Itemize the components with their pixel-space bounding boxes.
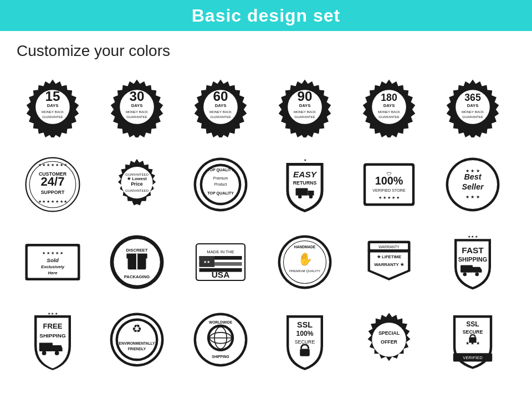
- svg-text:VERIFIED: VERIFIED: [463, 355, 483, 360]
- svg-text:60: 60: [213, 89, 228, 104]
- badge-verified-store: 🛡 100% VERIFIED STORE ★ ★ ★ ★ ★: [353, 149, 425, 221]
- svg-text:100%: 100%: [296, 330, 314, 337]
- badge-eco-friendly: ♻ ENVIRONMENTALLY FRIENDLY: [101, 304, 173, 376]
- badge-lifetime-warranty: WARRANTY ★ LIFETIME WARRANTY ★: [353, 226, 425, 298]
- badge-money-back-30: 30 DAYS MONEY BACK GUARANTEE: [101, 71, 173, 143]
- svg-text:★★: ★★: [203, 260, 210, 264]
- svg-text:Best: Best: [464, 172, 482, 181]
- badge-fast-shipping: ★ ★ ★ FAST SHIPPING: [437, 226, 509, 298]
- svg-rect-146: [469, 337, 477, 343]
- svg-rect-137: [300, 349, 310, 356]
- svg-text:SSL: SSL: [297, 320, 313, 329]
- svg-text:DAYS: DAYS: [383, 103, 395, 108]
- svg-text:★ ★ ★ ★ ★: ★ ★ ★ ★ ★: [378, 196, 399, 200]
- svg-text:HANDMADE: HANDMADE: [294, 245, 316, 249]
- badge-special-offer: SPECIAL OFFER: [353, 304, 425, 376]
- svg-text:USA: USA: [212, 270, 230, 279]
- svg-text:GUARANTEE: GUARANTEE: [126, 115, 147, 119]
- badge-ssl-secure: SSL 100% SECURE: [269, 304, 341, 376]
- svg-text:SPECIAL: SPECIAL: [378, 330, 400, 336]
- svg-text:★ ★ ★ ★ ★: ★ ★ ★ ★ ★: [42, 251, 63, 255]
- svg-text:365: 365: [465, 92, 482, 103]
- svg-text:SHIPPING: SHIPPING: [212, 355, 230, 359]
- svg-text:Sold: Sold: [47, 257, 59, 263]
- svg-text:★ ★ ★: ★ ★ ★: [466, 195, 480, 200]
- badge-money-back-180: 180 DAYS MONEY BACK GUARANTEE: [353, 71, 425, 143]
- badge-money-back-90: 90 DAYS MONEY BACK GUARANTEE: [269, 71, 341, 143]
- svg-text:★ ★ ★: ★ ★ ★: [468, 235, 478, 238]
- svg-text:VERIFIED STORE: VERIFIED STORE: [372, 188, 406, 193]
- svg-text:Here: Here: [48, 270, 58, 275]
- badge-discreet-packaging: DISCREET PACKAGING: [101, 226, 173, 298]
- svg-rect-115: [39, 343, 53, 351]
- svg-text:TOP QUALITY: TOP QUALITY: [207, 168, 234, 172]
- badges-grid: 15 DAYS MONEY BACK GUARANTEE 30 DAYS MON…: [0, 65, 532, 381]
- badge-money-back-60: 60 DAYS MONEY BACK GUARANTEE: [185, 71, 257, 143]
- svg-text:SECURE: SECURE: [295, 339, 315, 345]
- svg-text:✋: ✋: [298, 252, 313, 267]
- badge-best-seller: Best Seller ★ ★ ★ ★ ★ ★: [437, 149, 509, 221]
- svg-rect-59: [296, 188, 308, 196]
- svg-text:100%: 100%: [375, 175, 403, 187]
- svg-text:WARRANTY ★: WARRANTY ★: [374, 262, 404, 267]
- badge-made-in-usa: MADE IN THE ★★ USA: [185, 226, 257, 298]
- svg-text:30: 30: [129, 89, 144, 104]
- svg-point-116: [42, 351, 47, 355]
- svg-text:GUARANTEE: GUARANTEE: [463, 115, 484, 119]
- svg-point-61: [309, 195, 313, 199]
- subtitle: Customize your colors: [0, 31, 532, 65]
- svg-text:SSL: SSL: [467, 320, 480, 328]
- badge-sold-exclusively: ★ ★ ★ ★ ★ Sold Exclusively Here: [17, 226, 89, 298]
- badge-customer-support: ★ ★ ★ ★ ★ ★ ★ CUSTOMER 24/7 SUPPORT ★ ★ …: [17, 149, 89, 221]
- badge-money-back-365: 365 DAYS MONEY BACK GUARANTEE: [437, 71, 509, 143]
- page-header: Basic design set: [0, 0, 532, 31]
- svg-text:GUARANTEE: GUARANTEE: [378, 115, 400, 119]
- svg-text:FAST: FAST: [462, 245, 484, 255]
- svg-text:DAYS: DAYS: [299, 103, 311, 108]
- svg-text:GUARANTEED: GUARANTEED: [125, 189, 149, 192]
- svg-text:MONEY BACK: MONEY BACK: [462, 110, 484, 114]
- svg-text:PREMIUM QUALITY: PREMIUM QUALITY: [289, 269, 320, 273]
- svg-text:Product: Product: [214, 182, 227, 186]
- svg-text:SHIPPING: SHIPPING: [458, 256, 488, 263]
- svg-text:★ ★ ★ ★ ★ ★ ★: ★ ★ ★ ★ ★ ★ ★: [38, 200, 68, 203]
- badge-handmade: HANDMADE ✋ PREMIUM QUALITY: [269, 226, 341, 298]
- svg-text:Exclusively: Exclusively: [41, 264, 65, 269]
- svg-text:♻: ♻: [132, 323, 142, 335]
- svg-text:GUARANTEE: GUARANTEE: [211, 115, 232, 119]
- svg-text:180: 180: [381, 92, 397, 103]
- badge-money-back-15: 15 DAYS MONEY BACK GUARANTEE: [17, 71, 89, 143]
- svg-text:PACKAGING: PACKAGING: [124, 274, 149, 279]
- svg-text:DISCREET: DISCREET: [126, 248, 147, 253]
- svg-text:MONEY BACK: MONEY BACK: [126, 110, 148, 114]
- svg-text:SECURE: SECURE: [463, 329, 483, 335]
- svg-text:FREE: FREE: [43, 322, 62, 330]
- svg-text:MONEY BACK: MONEY BACK: [294, 110, 316, 114]
- svg-text:WARRANTY: WARRANTY: [378, 245, 400, 249]
- svg-text:DAYS: DAYS: [47, 103, 59, 108]
- header-title: Basic design set: [192, 6, 341, 26]
- svg-rect-109: [461, 265, 473, 273]
- svg-point-111: [475, 273, 479, 277]
- svg-text:TOP QUALITY: TOP QUALITY: [207, 191, 234, 196]
- svg-text:★: ★: [304, 158, 306, 162]
- svg-text:MONEY BACK: MONEY BACK: [209, 110, 232, 114]
- svg-text:Seller: Seller: [462, 182, 484, 191]
- svg-text:GUARANTEED: GUARANTEED: [125, 173, 149, 176]
- svg-text:FRIENDLY: FRIENDLY: [127, 347, 146, 351]
- svg-text:★ LIFETIME: ★ LIFETIME: [377, 254, 401, 259]
- badge-free-shipping: ★ ★ ★ FREE SHIPPING: [17, 304, 89, 376]
- svg-text:MADE IN THE: MADE IN THE: [207, 249, 234, 254]
- badge-ssl-verified: SSL SECURE VERIFIED ★ ★ ★: [437, 304, 509, 376]
- svg-text:DAYS: DAYS: [131, 103, 142, 108]
- badge-easy-returns: ★ EASY RETURNS: [269, 149, 341, 221]
- svg-point-117: [55, 351, 59, 355]
- svg-text:MONEY BACK: MONEY BACK: [42, 110, 64, 114]
- svg-text:★ Lowest: ★ Lowest: [127, 176, 147, 181]
- svg-text:15: 15: [45, 89, 60, 104]
- svg-text:SHIPPING: SHIPPING: [39, 332, 66, 339]
- svg-point-110: [463, 273, 467, 277]
- svg-text:DAYS: DAYS: [467, 103, 479, 108]
- svg-text:GUARANTEE: GUARANTEE: [42, 115, 63, 119]
- svg-text:DAYS: DAYS: [215, 103, 227, 108]
